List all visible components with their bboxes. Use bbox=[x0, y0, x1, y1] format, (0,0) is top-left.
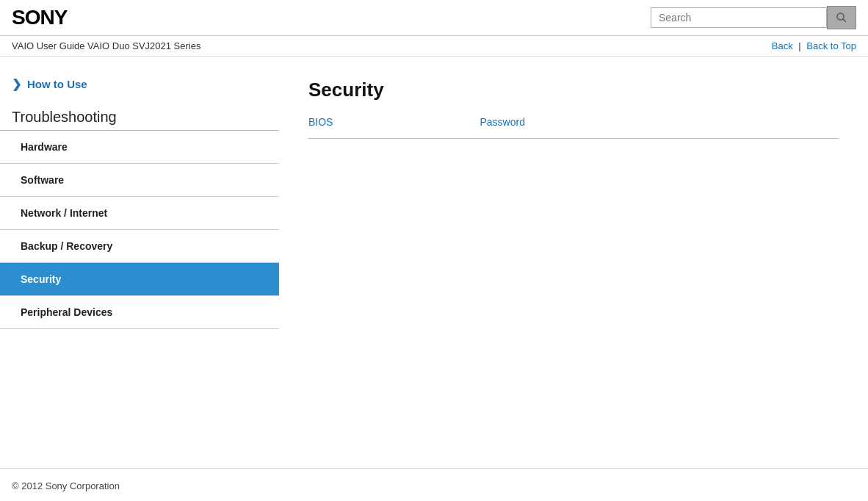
search-button[interactable] bbox=[827, 6, 856, 29]
breadcrumb-bar: VAIO User Guide VAIO Duo SVJ2021 Series … bbox=[0, 36, 868, 57]
sidebar-items: HardwareSoftwareNetwork / InternetBackup… bbox=[0, 131, 279, 329]
sony-logo: SONY bbox=[12, 6, 67, 29]
nav-separator: | bbox=[798, 40, 800, 51]
search-icon bbox=[836, 12, 847, 24]
copyright-label: © 2012 Sony Corporation bbox=[12, 480, 120, 491]
content-link-bios[interactable]: BIOS bbox=[308, 116, 333, 128]
sidebar-item-network-internet[interactable]: Network / Internet bbox=[0, 197, 279, 230]
how-to-use-label: How to Use bbox=[27, 78, 87, 90]
guide-label: VAIO User Guide VAIO Duo SVJ2021 Series bbox=[12, 40, 200, 51]
content-area: Security BIOSPassword bbox=[279, 57, 868, 468]
how-to-use-link[interactable]: ❯ How to Use bbox=[0, 71, 279, 97]
content-links-row: BIOSPassword bbox=[308, 116, 839, 139]
nav-links: Back | Back to Top bbox=[772, 40, 856, 51]
sidebar-item-hardware[interactable]: Hardware bbox=[0, 131, 279, 164]
search-input[interactable] bbox=[651, 7, 827, 28]
content-link-password[interactable]: Password bbox=[480, 116, 524, 128]
header: SONY bbox=[0, 0, 868, 36]
sidebar-item-peripheral-devices[interactable]: Peripheral Devices bbox=[0, 296, 279, 329]
search-area bbox=[651, 6, 856, 29]
svg-line-1 bbox=[843, 19, 846, 22]
troubleshooting-label: Troubleshooting bbox=[0, 109, 279, 131]
chevron-right-icon: ❯ bbox=[12, 77, 21, 91]
back-link[interactable]: Back bbox=[772, 40, 793, 51]
content-title: Security bbox=[308, 79, 839, 101]
svg-point-0 bbox=[837, 13, 844, 20]
back-to-top-link[interactable]: Back to Top bbox=[806, 40, 856, 51]
sidebar-item-backup-recovery[interactable]: Backup / Recovery bbox=[0, 230, 279, 263]
sidebar: ❯ How to Use Troubleshooting HardwareSof… bbox=[0, 57, 279, 468]
main-layout: ❯ How to Use Troubleshooting HardwareSof… bbox=[0, 57, 868, 468]
sidebar-item-security[interactable]: Security bbox=[0, 263, 279, 296]
footer: © 2012 Sony Corporation bbox=[0, 468, 868, 501]
sidebar-item-software[interactable]: Software bbox=[0, 164, 279, 197]
